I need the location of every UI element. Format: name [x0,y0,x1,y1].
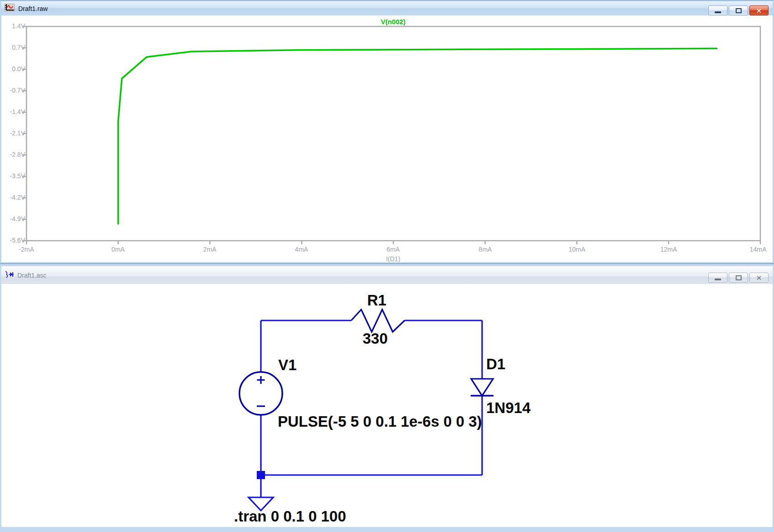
schematic-canvas[interactable]: R1 330 V1 PULSE(-5 5 0 0.1 1e-6s 0 0 3) … [1,284,773,527]
minimize-icon [715,279,721,280]
x-tick-label: -2mA [10,246,42,253]
y-tick-label: -3.5V [2,172,25,180]
ground-node-square[interactable] [257,471,265,479]
y-tick-label: -4.2V [2,194,25,201]
x-tick-label: 8mA [469,246,501,253]
x-tick-label: 0mA [102,246,134,253]
plot-window: Draft1.raw ✕ V(n002) 1.4V 0.7V 0.0V -0.7… [0,0,774,263]
x-tick-label: 6mA [377,246,409,253]
diode-designator-label[interactable]: D1 [486,356,505,372]
close-icon: ✕ [756,7,762,14]
resistor-designator-label[interactable]: R1 [367,292,386,309]
y-tick-label: -5.6V [2,237,25,244]
diode-symbol[interactable] [471,379,493,396]
source-value-label[interactable]: PULSE(-5 5 0 0.1 1e-6s 0 0 3) [278,413,482,430]
minimize-icon [715,11,721,13]
diode-value-label[interactable]: 1N914 [486,400,530,416]
x-tick-label: 10mA [561,246,593,253]
schematic-window: Draft1.asc ✕ R1 330 V1 PULSE(-5 5 0 0. [0,263,774,532]
waveform-file-icon[interactable] [5,4,15,13]
close-icon: ✕ [756,274,762,281]
x-tick-label: 14mA [742,246,773,253]
y-tick-label: -4.9V [2,215,25,222]
schematic-window-titlebar[interactable]: Draft1.asc ✕ [1,266,773,284]
x-tick-label: 12mA [653,246,685,253]
schematic-file-icon[interactable] [5,270,14,280]
y-tick-label: -0.7V [2,87,25,94]
y-tick-label: -2.1V [2,129,25,137]
close-button[interactable]: ✕ [749,5,769,15]
plot-svg[interactable] [1,15,773,262]
x-tick-label: 4mA [286,246,317,253]
source-designator-label[interactable]: V1 [278,357,296,373]
plot-pane[interactable]: V(n002) 1.4V 0.7V 0.0V -0.7V -1.4V -2.1V… [1,15,773,262]
maximize-icon [736,8,742,13]
y-tick-label: -1.4V [2,108,25,115]
spice-directive-text[interactable]: .tran 0 0.1 0 100 [234,508,346,525]
trace-title: V(n002) [348,18,439,26]
x-tick-label: 2mA [194,246,226,253]
x-axis-label: I(D1) [370,255,416,262]
minimize-button[interactable] [708,5,727,15]
maximize-button[interactable] [729,273,748,283]
maximize-button[interactable] [729,5,748,15]
plot-window-title: Draft1.raw [18,5,48,12]
plot-window-titlebar[interactable]: Draft1.raw ✕ [1,1,773,15]
y-tick-label: -2.8V [2,151,25,158]
y-tick-label: 1.4V [2,22,25,30]
schematic-window-title: Draft1.asc [17,272,47,279]
maximize-icon [736,275,742,280]
resistor-symbol[interactable] [351,310,405,332]
y-tick-label: 0.7V [2,44,25,51]
y-tick-label: 0.0V [2,65,25,72]
minimize-button[interactable] [708,273,727,283]
schematic-svg[interactable] [1,284,773,527]
close-button[interactable]: ✕ [749,273,769,283]
resistor-value-label[interactable]: 330 [363,331,388,347]
